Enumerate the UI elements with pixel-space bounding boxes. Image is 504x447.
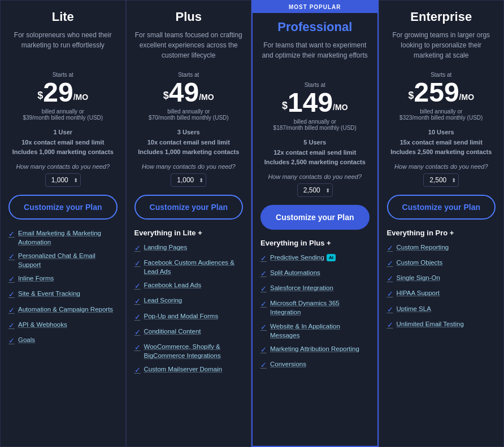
feature-text: Microsoft Dynamics 365 Integration (270, 299, 370, 317)
contacts-select-enterprise[interactable]: 2,500 (423, 173, 459, 187)
feature-list-lite: ✓ Email Marketing & Marketing Automation… (8, 229, 118, 350)
check-icon: ✓ (260, 345, 267, 355)
feature-text: Predictive SendingAI (270, 253, 336, 262)
feature-text: Custom Objects (397, 258, 443, 267)
check-icon: ✓ (8, 290, 15, 300)
feature-item[interactable]: ✓ Custom Mailserver Domain (134, 365, 244, 375)
contacts-select-plus[interactable]: 1,000 (171, 173, 206, 187)
check-icon: ✓ (260, 284, 267, 294)
contacts-label-enterprise: How many contacts do you need? (387, 163, 496, 170)
most-popular-banner: MOST POPULAR (253, 1, 377, 13)
feature-item[interactable]: ✓ Site & Event Tracking (8, 289, 118, 300)
feature-item[interactable]: ✓ Salesforce Integration (260, 283, 370, 294)
check-icon: ✓ (387, 274, 393, 284)
price-amount-plus: 49 (169, 79, 199, 106)
feature-item[interactable]: ✓ Conversions (260, 360, 370, 370)
feature-text: Inline Forms (18, 274, 54, 283)
price-billed-plus: billed annually or$70/month billed month… (134, 108, 244, 121)
plan-info-enterprise: 10 Users15x contact email send limitIncl… (387, 128, 496, 157)
plan-description-enterprise: For growing teams in larger orgs looking… (387, 30, 496, 64)
plan-card-professional: MOST POPULARProfessionalFor teams that w… (251, 0, 379, 447)
feature-item[interactable]: ✓ Email Marketing & Marketing Automation (8, 229, 118, 247)
feature-item[interactable]: ✓ Predictive SendingAI (260, 253, 370, 264)
customize-btn-lite[interactable]: Customize your Plan (8, 195, 118, 220)
check-icon: ✓ (8, 252, 15, 262)
feature-text: Conditional Content (144, 327, 201, 336)
price-period-professional: /MO (333, 103, 347, 112)
check-icon: ✓ (134, 258, 141, 269)
feature-text: Marketing Attribution Reporting (270, 344, 359, 353)
feature-item[interactable]: ✓ Lead Scoring (134, 296, 244, 306)
feature-item[interactable]: ✓ Custom Reporting (387, 243, 496, 253)
check-icon: ✓ (387, 258, 393, 269)
feature-item[interactable]: ✓ Goals (8, 335, 118, 346)
feature-item[interactable]: ✓ Conditional Content (134, 327, 244, 338)
feature-item[interactable]: ✓ Pop-Up and Modal Forms (134, 312, 244, 322)
feature-item[interactable]: ✓ Facebook Custom Audiences & Lead Ads (134, 258, 244, 276)
everything-in-professional: Everything in Plus + (260, 239, 370, 247)
ai-badge: AI (327, 254, 336, 261)
plan-card-lite: LiteFor solopreneurs who need their mark… (0, 0, 126, 447)
contacts-select-lite[interactable]: 1,000 (45, 173, 81, 187)
check-icon: ✓ (260, 360, 267, 370)
check-icon: ✓ (134, 296, 141, 306)
feature-item[interactable]: ✓ WooCommerce, Shopify & BigCommerce Int… (134, 342, 244, 360)
plan-name-enterprise: Enterprise (387, 10, 496, 24)
feature-item[interactable]: ✓ Custom Objects (387, 258, 496, 269)
feature-text: Site & Event Tracking (18, 289, 80, 298)
feature-text: HIPAA Support (397, 288, 440, 297)
feature-item[interactable]: ✓ Automation & Campaign Reports (8, 305, 118, 315)
feature-text: Unlimited Email Testing (397, 319, 464, 328)
feature-item[interactable]: ✓ Marketing Attribution Reporting (260, 344, 370, 355)
feature-item[interactable]: ✓ Uptime SLA (387, 304, 496, 315)
customize-btn-professional[interactable]: Customize your Plan (260, 205, 370, 230)
check-icon: ✓ (8, 274, 15, 284)
check-icon: ✓ (134, 343, 141, 353)
feature-item[interactable]: ✓ Split Automations (260, 268, 370, 279)
feature-item[interactable]: ✓ Website & In Application Messages (260, 322, 370, 340)
customize-btn-plus[interactable]: Customize your Plan (134, 195, 244, 220)
feature-item[interactable]: ✓ API & Webhooks (8, 320, 118, 331)
price-dollar-plus: $ (163, 90, 169, 102)
feature-text: Facebook Lead Ads (144, 281, 202, 290)
pricing-container: LiteFor solopreneurs who need their mark… (0, 0, 504, 447)
feature-text: Goals (18, 335, 35, 344)
feature-text: Single Sign-On (397, 273, 440, 282)
check-icon: ✓ (260, 299, 267, 309)
plan-name-lite: Lite (8, 10, 118, 24)
feature-item[interactable]: ✓ Unlimited Email Testing (387, 319, 496, 330)
feature-item[interactable]: ✓ Single Sign-On (387, 273, 496, 284)
feature-item[interactable]: ✓ Landing Pages (134, 243, 244, 253)
feature-text: Landing Pages (144, 243, 188, 252)
contacts-select-professional[interactable]: 2,500 (297, 183, 333, 197)
check-icon: ✓ (387, 243, 393, 253)
check-icon: ✓ (387, 305, 393, 315)
check-icon: ✓ (387, 289, 393, 299)
check-icon: ✓ (134, 312, 141, 322)
check-icon: ✓ (134, 243, 141, 253)
feature-text: WooCommerce, Shopify & BigCommerce Integ… (144, 342, 244, 360)
price-billed-lite: billed annually or$39/month billed month… (8, 108, 118, 121)
plan-name-plus: Plus (134, 10, 244, 24)
check-icon: ✓ (8, 336, 15, 346)
check-icon: ✓ (260, 322, 267, 332)
feature-item[interactable]: ✓ Inline Forms (8, 274, 118, 284)
feature-text: Facebook Custom Audiences & Lead Ads (144, 258, 244, 276)
price-amount-lite: 29 (43, 79, 73, 106)
feature-item[interactable]: ✓ Microsoft Dynamics 365 Integration (260, 299, 370, 317)
plan-info-plus: 3 Users10x contact email send limitInclu… (134, 128, 244, 157)
feature-item[interactable]: ✓ HIPAA Support (387, 288, 496, 299)
feature-text: Salesforce Integration (270, 283, 333, 292)
contacts-label-professional: How many contacts do you need? (260, 173, 370, 180)
contacts-select-wrap-professional: 2,500 (260, 183, 370, 197)
plan-name-professional: Professional (260, 20, 370, 34)
price-amount-professional: 149 (288, 89, 333, 116)
check-icon: ✓ (260, 269, 267, 279)
price-period-lite: /MO (73, 93, 88, 102)
feature-item[interactable]: ✓ Facebook Lead Ads (134, 281, 244, 291)
price-dollar-enterprise: $ (408, 90, 414, 102)
feature-item[interactable]: ✓ Personalized Chat & Email Support (8, 251, 118, 269)
price-period-enterprise: /MO (459, 93, 474, 102)
customize-btn-enterprise[interactable]: Customize your Plan (387, 195, 496, 220)
feature-text: Personalized Chat & Email Support (18, 251, 118, 269)
